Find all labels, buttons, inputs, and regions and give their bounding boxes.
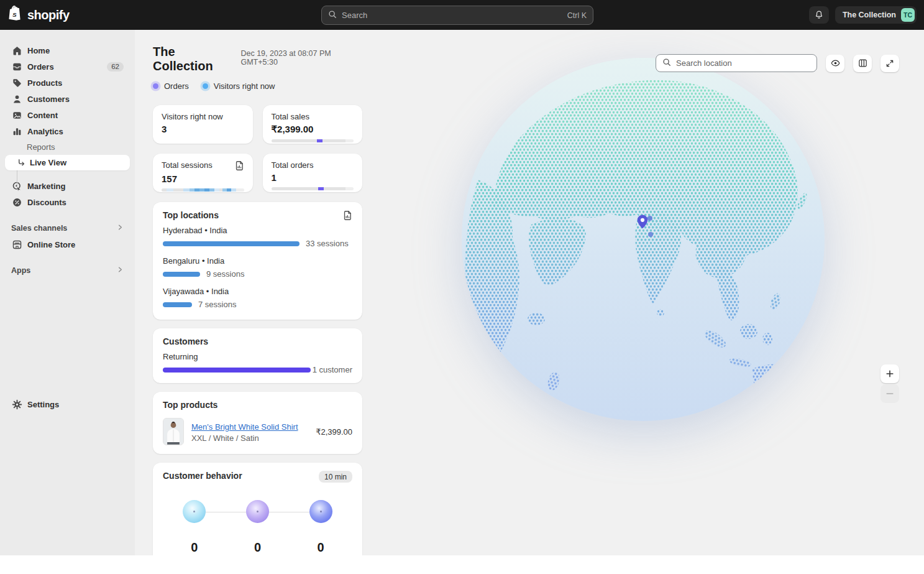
- discount-icon: [11, 197, 22, 208]
- legend-orders: Orders: [153, 81, 189, 91]
- live-view-main: The Collection Dec 19, 2023 at 08:07 PM …: [135, 30, 924, 555]
- search-icon: [328, 10, 337, 21]
- topbar: S shopify Ctrl K The Collection TC: [0, 0, 924, 30]
- sidebar-item-settings[interactable]: Settings: [5, 396, 130, 412]
- storefront-icon: [11, 239, 22, 250]
- eye-icon: [830, 58, 841, 68]
- funnel-step: 0 Purchased: [289, 540, 352, 555]
- customer-count: 1 customer: [313, 365, 352, 374]
- sidebar-item-label: Home: [27, 46, 50, 55]
- section-label: Sales channels: [11, 224, 67, 233]
- orders-sparkline: [272, 187, 354, 190]
- global-search[interactable]: Ctrl K: [321, 6, 593, 25]
- location-row: Bengaluru • India 9 sessions: [163, 256, 352, 279]
- top-locations-card: Top locations Hyderabad • India: [153, 202, 362, 320]
- bell-icon: [813, 9, 825, 21]
- sidebar-item-content[interactable]: Content: [5, 107, 130, 123]
- sidebar-item-label: Online Store: [27, 240, 75, 249]
- zoom-in-button[interactable]: [881, 364, 899, 383]
- sessions-bar: [163, 302, 192, 307]
- returning-customers-bar: [163, 368, 311, 373]
- sidebar-item-discounts[interactable]: Discounts: [5, 194, 130, 210]
- product-row: Men's Bright White Solid Shirt XXL / Whi…: [163, 418, 352, 445]
- card-title: Top products: [163, 400, 352, 410]
- sidebar-subitem-label: Reports: [27, 142, 55, 152]
- stat-label: Total orders: [272, 160, 354, 170]
- sessions-bar: [163, 241, 300, 246]
- svg-text:S: S: [12, 11, 17, 18]
- store-name: The Collection: [843, 11, 896, 19]
- sidebar-item-online-store[interactable]: Online Store: [5, 236, 130, 252]
- chevron-right-icon: [117, 224, 124, 233]
- stat-card-total-sales: Total sales ₹2,399.00: [263, 105, 363, 144]
- sidebar-item-products[interactable]: Products: [5, 75, 130, 91]
- checking-out-sphere-icon: [246, 500, 269, 523]
- export-report-button[interactable]: [343, 210, 352, 221]
- sidebar-item-reports[interactable]: Reports: [5, 139, 130, 155]
- sidebar-item-customers[interactable]: Customers: [5, 91, 130, 107]
- sidebar-item-label: Discounts: [27, 198, 66, 207]
- notifications-button[interactable]: [809, 6, 829, 24]
- section-label: Apps: [11, 266, 30, 275]
- stat-value: 157: [162, 174, 244, 184]
- global-search-input[interactable]: [342, 11, 562, 20]
- legend-visitors: Visitors right now: [203, 81, 275, 91]
- active-carts-sphere-icon: [183, 500, 206, 523]
- sidebar-item-label: Customers: [27, 95, 70, 104]
- sidebar-item-label: Content: [27, 111, 58, 120]
- customer-behavior-card: Customer behavior 10 min 0 Active carts: [153, 463, 362, 555]
- location-search[interactable]: [656, 54, 817, 72]
- orders-count-badge: 62: [107, 62, 124, 72]
- location-row: Hyderabad • India 33 sessions: [163, 226, 352, 248]
- person-icon: [11, 93, 22, 104]
- export-report-button[interactable]: [235, 160, 244, 171]
- stat-label: Total sales: [272, 112, 354, 121]
- account-menu[interactable]: The Collection TC: [835, 6, 917, 24]
- fullscreen-button[interactable]: [881, 55, 899, 72]
- shopify-bag-icon: S: [7, 4, 24, 25]
- gear-icon: [11, 399, 22, 410]
- top-products-card: Top products Men's Bright Whit: [153, 392, 362, 454]
- product-thumbnail[interactable]: [163, 418, 184, 445]
- visitors-dot-icon: [203, 83, 208, 89]
- zoom-out-button[interactable]: [881, 384, 899, 403]
- stat-label: Visitors right now: [162, 112, 244, 121]
- sidebar-item-analytics[interactable]: Analytics: [5, 123, 130, 139]
- search-shortcut-hint: Ctrl K: [567, 11, 587, 20]
- product-link[interactable]: Men's Bright White Solid Shirt: [191, 422, 298, 432]
- stat-card-total-sessions: Total sessions 157: [153, 154, 253, 192]
- sidebar: Home Orders 62 Products: [0, 30, 135, 555]
- sales-channels-header[interactable]: Sales channels: [5, 220, 130, 236]
- elbow-arrow-icon: [17, 158, 27, 168]
- product-variant: XXL / White / Satin: [191, 433, 308, 443]
- stat-card-visitors: Visitors right now 3: [153, 105, 253, 144]
- sidebar-item-label: Analytics: [27, 127, 63, 136]
- map-style-button[interactable]: [853, 55, 872, 72]
- sidebar-item-home[interactable]: Home: [5, 42, 130, 58]
- location-label: Hyderabad • India: [163, 226, 352, 235]
- plus-icon: [885, 369, 894, 378]
- location-search-input[interactable]: [676, 58, 810, 68]
- globe-map[interactable]: [462, 58, 825, 421]
- home-icon: [11, 45, 22, 56]
- image-icon: [11, 109, 22, 121]
- search-icon: [662, 58, 671, 69]
- sidebar-item-live-view[interactable]: Live View: [5, 155, 130, 170]
- sessions-count: 33 sessions: [306, 239, 349, 248]
- stat-card-total-orders: Total orders 1: [263, 154, 363, 192]
- sessions-count: 9 sessions: [206, 269, 244, 279]
- sidebar-item-orders[interactable]: Orders 62: [5, 58, 130, 75]
- card-title: Customers: [163, 336, 352, 346]
- sidebar-item-marketing[interactable]: Marketing: [5, 178, 130, 194]
- visibility-button[interactable]: [826, 55, 844, 72]
- sessions-count: 7 sessions: [198, 300, 236, 309]
- doc-chart-icon: [343, 210, 352, 221]
- product-price: ₹2,399.00: [316, 427, 352, 437]
- step-value: 0: [226, 540, 290, 555]
- globe-land-dots: [462, 58, 825, 421]
- apps-header[interactable]: Apps: [5, 262, 130, 279]
- shopify-logo[interactable]: S shopify: [7, 4, 135, 25]
- step-value: 0: [163, 540, 226, 555]
- step-value: 0: [289, 540, 352, 555]
- sales-sparkline: [272, 139, 354, 142]
